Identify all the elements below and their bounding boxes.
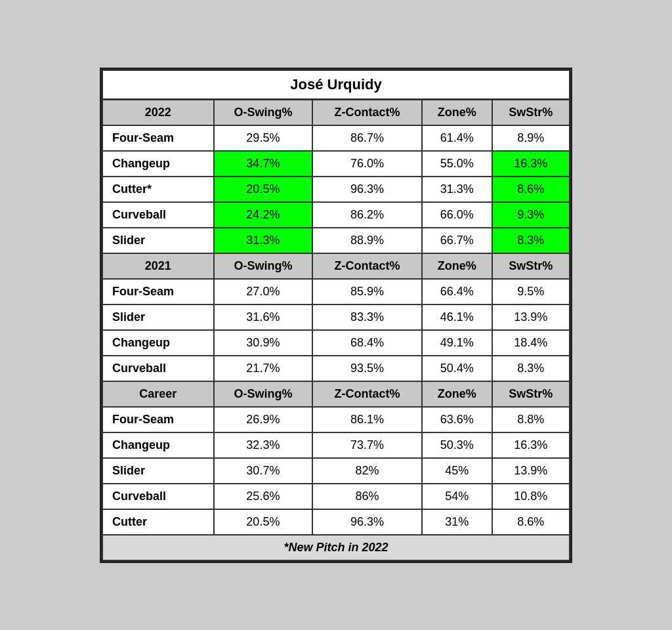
col-header-0-0: O-Swing% xyxy=(214,99,313,125)
swstr-2-0: 8.8% xyxy=(492,407,570,432)
oswing-0-3: 24.2% xyxy=(214,202,313,228)
pitch-label-1-3: Curveball xyxy=(102,356,214,381)
col-header-2-1: Z-Contact% xyxy=(312,381,422,407)
oswing-0-4: 31.3% xyxy=(214,228,313,253)
swstr-2-3: 10.8% xyxy=(492,484,570,509)
zcontact-2-4: 96.3% xyxy=(312,509,422,535)
pitch-label-0-2: Cutter* xyxy=(102,177,214,202)
zone-0-4: 66.7% xyxy=(422,228,492,253)
swstr-2-2: 13.9% xyxy=(492,458,570,484)
oswing-1-0: 27.0% xyxy=(214,279,313,304)
swstr-0-1: 16.3% xyxy=(492,151,570,177)
zcontact-0-4: 88.9% xyxy=(312,228,422,253)
zcontact-2-2: 82% xyxy=(312,458,422,484)
oswing-2-0: 26.9% xyxy=(214,407,313,432)
zone-2-1: 50.3% xyxy=(422,432,492,458)
pitch-label-2-1: Changeup xyxy=(102,432,214,458)
zone-0-0: 61.4% xyxy=(422,125,492,151)
oswing-0-0: 29.5% xyxy=(214,125,313,151)
footer-note: *New Pitch in 2022 xyxy=(102,535,570,560)
swstr-0-0: 8.9% xyxy=(492,125,570,151)
oswing-2-3: 25.6% xyxy=(214,484,313,509)
zcontact-1-0: 85.9% xyxy=(312,279,422,304)
swstr-1-3: 8.3% xyxy=(492,356,570,381)
pitch-label-1-1: Slider xyxy=(102,304,214,330)
col-header-2-0: O-Swing% xyxy=(214,381,313,407)
oswing-2-1: 32.3% xyxy=(214,432,313,458)
section-year-0: 2022 xyxy=(102,99,214,125)
pitch-label-0-1: Changeup xyxy=(102,151,214,177)
zcontact-2-1: 73.7% xyxy=(312,432,422,458)
col-header-1-1: Z-Contact% xyxy=(312,253,422,279)
section-year-1: 2021 xyxy=(102,253,214,279)
zcontact-1-3: 93.5% xyxy=(312,356,422,381)
stats-table: José Urquidy2022O-Swing%Z-Contact%Zone%S… xyxy=(102,70,570,561)
pitch-label-2-2: Slider xyxy=(102,458,214,484)
swstr-2-1: 16.3% xyxy=(492,432,570,458)
col-header-2-3: SwStr% xyxy=(492,381,570,407)
col-header-1-0: O-Swing% xyxy=(214,253,313,279)
stats-table-wrapper: José Urquidy2022O-Swing%Z-Contact%Zone%S… xyxy=(100,68,572,563)
table-title: José Urquidy xyxy=(102,70,570,100)
pitch-label-0-3: Curveball xyxy=(102,202,214,228)
section-year-2: Career xyxy=(102,381,214,407)
col-header-2-2: Zone% xyxy=(422,381,492,407)
table-row: Changeup30.9%68.4%49.1%18.4% xyxy=(102,330,570,356)
zone-1-1: 46.1% xyxy=(422,304,492,330)
table-row: Four-Seam27.0%85.9%66.4%9.5% xyxy=(102,279,570,304)
pitch-label-1-0: Four-Seam xyxy=(102,279,214,304)
pitch-label-0-4: Slider xyxy=(102,228,214,253)
col-header-0-3: SwStr% xyxy=(492,99,570,125)
zcontact-2-0: 86.1% xyxy=(312,407,422,432)
zcontact-1-2: 68.4% xyxy=(312,330,422,356)
pitch-label-2-4: Cutter xyxy=(102,509,214,535)
pitch-label-0-0: Four-Seam xyxy=(102,125,214,151)
oswing-1-3: 21.7% xyxy=(214,356,313,381)
oswing-0-2: 20.5% xyxy=(214,177,313,202)
table-row: Changeup34.7%76.0%55.0%16.3% xyxy=(102,151,570,177)
table-row: Cutter*20.5%96.3%31.3%8.6% xyxy=(102,177,570,202)
zone-0-1: 55.0% xyxy=(422,151,492,177)
pitch-label-1-2: Changeup xyxy=(102,330,214,356)
zone-2-2: 45% xyxy=(422,458,492,484)
col-header-0-2: Zone% xyxy=(422,99,492,125)
zone-2-3: 54% xyxy=(422,484,492,509)
zcontact-1-1: 83.3% xyxy=(312,304,422,330)
swstr-0-4: 8.3% xyxy=(492,228,570,253)
oswing-2-4: 20.5% xyxy=(214,509,313,535)
swstr-1-2: 18.4% xyxy=(492,330,570,356)
table-row: Changeup32.3%73.7%50.3%16.3% xyxy=(102,432,570,458)
oswing-2-2: 30.7% xyxy=(214,458,313,484)
zone-1-3: 50.4% xyxy=(422,356,492,381)
table-row: Slider30.7%82%45%13.9% xyxy=(102,458,570,484)
col-header-1-3: SwStr% xyxy=(492,253,570,279)
zone-1-2: 49.1% xyxy=(422,330,492,356)
swstr-0-2: 8.6% xyxy=(492,177,570,202)
col-header-0-1: Z-Contact% xyxy=(312,99,422,125)
pitch-label-2-3: Curveball xyxy=(102,484,214,509)
swstr-1-0: 9.5% xyxy=(492,279,570,304)
zone-2-4: 31% xyxy=(422,509,492,535)
zcontact-2-3: 86% xyxy=(312,484,422,509)
zcontact-0-2: 96.3% xyxy=(312,177,422,202)
swstr-1-1: 13.9% xyxy=(492,304,570,330)
zone-0-2: 31.3% xyxy=(422,177,492,202)
zcontact-0-1: 76.0% xyxy=(312,151,422,177)
swstr-0-3: 9.3% xyxy=(492,202,570,228)
table-row: Four-Seam26.9%86.1%63.6%8.8% xyxy=(102,407,570,432)
table-row: Slider31.6%83.3%46.1%13.9% xyxy=(102,304,570,330)
table-row: Curveball24.2%86.2%66.0%9.3% xyxy=(102,202,570,228)
table-row: Four-Seam29.5%86.7%61.4%8.9% xyxy=(102,125,570,151)
table-row: Cutter20.5%96.3%31%8.6% xyxy=(102,509,570,535)
zone-1-0: 66.4% xyxy=(422,279,492,304)
zcontact-0-0: 86.7% xyxy=(312,125,422,151)
oswing-1-2: 30.9% xyxy=(214,330,313,356)
swstr-2-4: 8.6% xyxy=(492,509,570,535)
table-row: Slider31.3%88.9%66.7%8.3% xyxy=(102,228,570,253)
table-row: Curveball21.7%93.5%50.4%8.3% xyxy=(102,356,570,381)
zcontact-0-3: 86.2% xyxy=(312,202,422,228)
col-header-1-2: Zone% xyxy=(422,253,492,279)
pitch-label-2-0: Four-Seam xyxy=(102,407,214,432)
zone-0-3: 66.0% xyxy=(422,202,492,228)
oswing-1-1: 31.6% xyxy=(214,304,313,330)
